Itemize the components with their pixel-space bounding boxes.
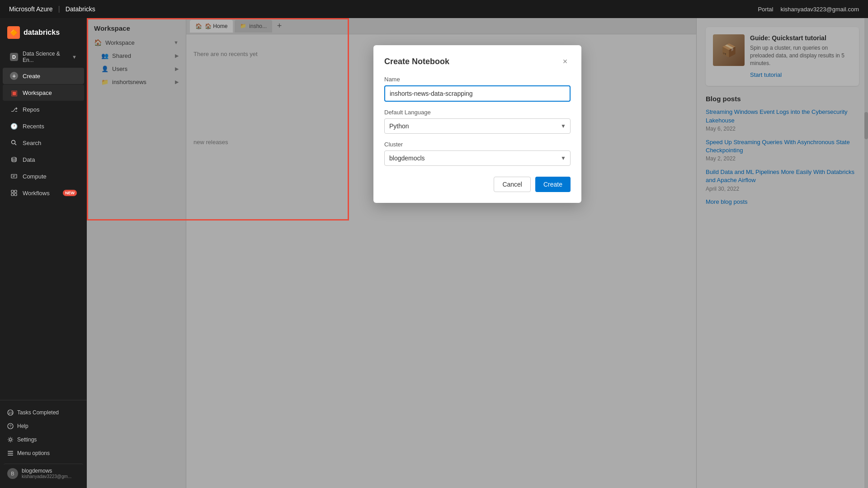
sidebar-item-create-label: Create: [23, 73, 40, 80]
sidebar-item-search-label: Search: [23, 140, 41, 146]
settings-icon: [7, 436, 14, 443]
sidebar-item-create[interactable]: + Create: [3, 68, 84, 84]
svg-rect-15: [8, 451, 13, 452]
topbar-brand: Microsoft Azure: [9, 5, 52, 13]
language-select-wrap: Python Scala SQL R ▼: [384, 118, 571, 134]
red-highlight-box: [87, 18, 349, 221]
cluster-select-wrap: blogdemocls ▼: [384, 150, 571, 166]
sidebar-bottom: 1/3 Tasks Completed ? Help Settings Menu…: [0, 400, 87, 488]
modal-overlay: Create Notebook × Name Default Language …: [87, 18, 868, 488]
repos-icon: ⎇: [10, 105, 18, 113]
topbar-product: Databricks: [66, 5, 95, 13]
content-area: Workspace 🏠 Workspace ▼ 👥 Shared ▶ 👤 Use…: [87, 18, 868, 488]
sidebar-item-workspace[interactable]: ▣ Workspace: [3, 84, 84, 101]
user-info: blogdemows kishanyadav3223@gm...: [22, 468, 71, 479]
modal-close-button[interactable]: ×: [560, 56, 571, 67]
create-icon: +: [10, 72, 18, 80]
sidebar-item-recents[interactable]: 🕐 Recents: [3, 118, 84, 134]
settings-label: Settings: [17, 436, 37, 443]
svg-rect-7: [14, 190, 17, 192]
workspace-icon: ▣: [10, 89, 18, 97]
sidebar-item-compute[interactable]: Compute: [3, 168, 84, 184]
user-email: kishanyadav3223@gm...: [22, 474, 71, 479]
sidebar-item-compute-label: Compute: [23, 173, 47, 180]
topbar-user: kishanyadav3223@gmail.com: [780, 6, 859, 13]
workflows-badge: NEW: [63, 190, 77, 196]
databricks-logo-icon: 🔶: [7, 26, 20, 39]
sidebar-item-recents-label: Recents: [23, 123, 44, 130]
sidebar-item-repos-label: Repos: [23, 106, 40, 113]
sidebar-item-data-science[interactable]: D Data Science & En... ▼: [3, 47, 84, 67]
svg-rect-9: [14, 193, 17, 196]
sidebar-item-workspace-label: Workspace: [23, 89, 52, 96]
svg-rect-3: [11, 174, 17, 178]
svg-point-0: [12, 141, 15, 144]
svg-text:?: ?: [9, 424, 11, 428]
menu-icon: [7, 450, 14, 456]
sidebar-item-workflows[interactable]: Workflows NEW: [3, 185, 84, 201]
main-layout: 🔶 databricks D Data Science & En... ▼ + …: [0, 18, 868, 488]
svg-point-14: [9, 439, 12, 441]
sidebar-item-data-science-label: Data Science & En...: [23, 51, 67, 63]
svg-rect-16: [8, 453, 13, 454]
modal-footer: Cancel Create: [384, 177, 571, 192]
svg-point-2: [12, 157, 16, 159]
modal-title: Create Notebook: [384, 57, 449, 66]
sidebar-menu-options[interactable]: Menu options: [4, 446, 83, 460]
language-select[interactable]: Python Scala SQL R: [384, 118, 571, 134]
modal-header: Create Notebook ×: [384, 56, 571, 67]
svg-rect-8: [11, 193, 14, 196]
cluster-label: Cluster: [384, 141, 571, 148]
sidebar-settings[interactable]: Settings: [4, 433, 83, 446]
user-name: blogdemows: [22, 468, 71, 474]
cluster-form-group: Cluster blogdemocls ▼: [384, 141, 571, 166]
sidebar-logo: 🔶 databricks: [0, 22, 87, 46]
language-label: Default Language: [384, 109, 571, 116]
data-icon: [10, 155, 18, 164]
sidebar-item-data-label: Data: [23, 156, 35, 163]
chevron-icon: ▼: [72, 54, 77, 60]
topbar-divider: |: [58, 5, 60, 13]
sidebar-nav: D Data Science & En... ▼ + Create ▣ Work…: [0, 46, 87, 400]
topbar-right: Portal kishanyadav3223@gmail.com: [758, 6, 859, 13]
name-label: Name: [384, 76, 571, 83]
name-form-group: Name: [384, 76, 571, 102]
recents-icon: 🕐: [10, 122, 18, 130]
cancel-button[interactable]: Cancel: [494, 177, 531, 192]
svg-rect-17: [8, 455, 13, 456]
search-icon: [10, 139, 18, 147]
sidebar: 🔶 databricks D Data Science & En... ▼ + …: [0, 18, 87, 488]
compute-icon: [10, 172, 18, 180]
name-input[interactable]: [384, 85, 571, 102]
language-form-group: Default Language Python Scala SQL R ▼: [384, 109, 571, 134]
sidebar-item-search[interactable]: Search: [3, 135, 84, 151]
svg-text:1/3: 1/3: [8, 411, 13, 414]
sidebar-tasks[interactable]: 1/3 Tasks Completed: [4, 406, 83, 419]
cluster-select[interactable]: blogdemocls: [384, 150, 571, 166]
sidebar-item-data[interactable]: Data: [3, 151, 84, 168]
create-button[interactable]: Create: [535, 177, 571, 192]
menu-options-label: Menu options: [17, 450, 50, 456]
tasks-label: Tasks Completed: [17, 409, 59, 416]
workflows-icon: [10, 189, 18, 197]
sidebar-item-repos[interactable]: ⎇ Repos: [3, 101, 84, 117]
sidebar-item-workflows-label: Workflows: [23, 190, 50, 197]
topbar-portal[interactable]: Portal: [758, 6, 773, 13]
svg-line-1: [15, 144, 16, 145]
sidebar-user[interactable]: B blogdemows kishanyadav3223@gm...: [4, 464, 83, 483]
svg-rect-6: [11, 190, 14, 192]
help-label: Help: [17, 423, 28, 429]
topbar: Microsoft Azure | Databricks Portal kish…: [0, 0, 868, 18]
sidebar-help[interactable]: ? Help: [4, 419, 83, 433]
avatar: B: [7, 468, 18, 479]
sidebar-logo-text: databricks: [24, 28, 60, 37]
help-icon: ?: [7, 423, 14, 429]
tasks-icon: 1/3: [7, 409, 14, 416]
data-science-icon: D: [10, 53, 18, 61]
create-notebook-modal: Create Notebook × Name Default Language …: [373, 45, 581, 203]
topbar-left: Microsoft Azure | Databricks: [9, 5, 95, 13]
